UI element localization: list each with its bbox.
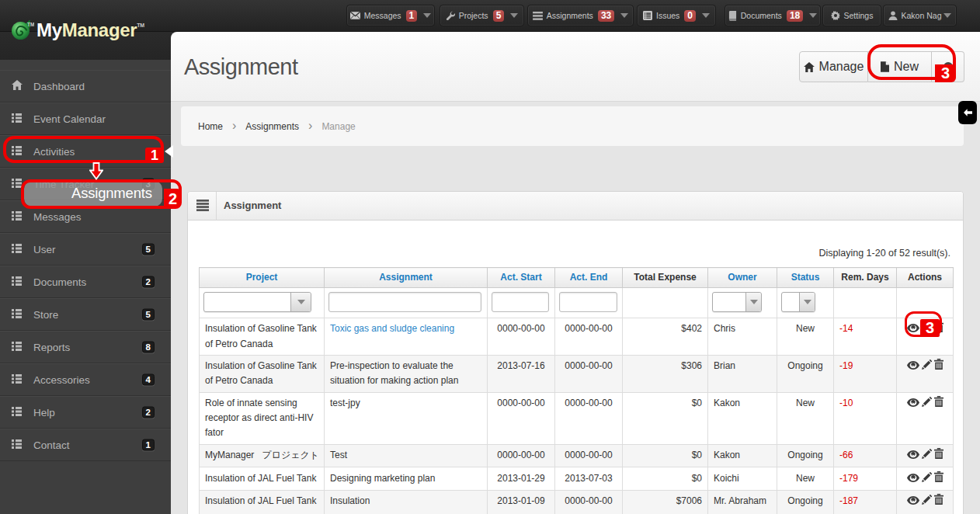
svg-text:TM: TM	[27, 22, 34, 27]
